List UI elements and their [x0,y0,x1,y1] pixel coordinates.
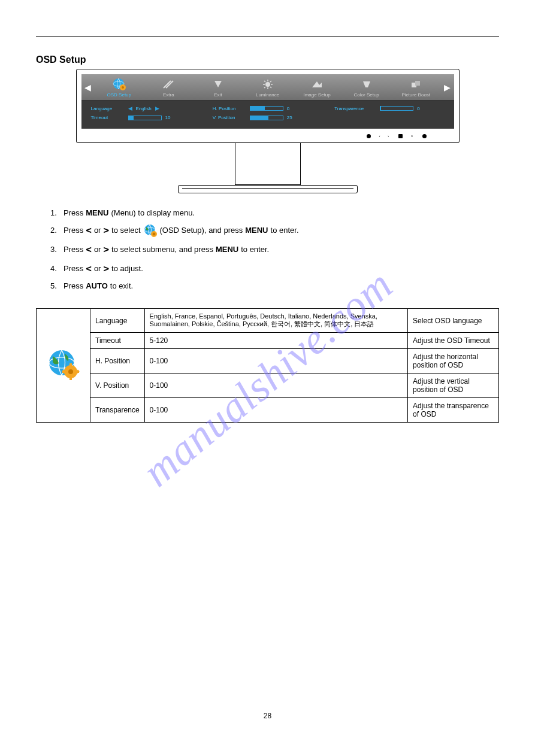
label: H. Position [213,106,246,111]
monitor-stand-base [178,185,358,193]
value: 0 [417,106,428,111]
label: V. Position [213,115,246,120]
osd-tab-image-setup[interactable]: Image Setup [292,74,342,100]
menu-button-label: MENU [216,242,238,257]
osd-tab-extra[interactable]: Extra [144,74,194,100]
left-angle-icon: < [86,240,92,259]
svg-line-12 [264,87,265,88]
text: (Menu) to display menu. [111,205,195,221]
left-icon: ‹ [379,134,381,138]
table-cell: V. Position [90,374,145,398]
auto-button-icon [422,134,427,138]
osd-tab-luminance[interactable]: Luminance [243,74,292,100]
osd-tab-picture-boost[interactable]: Picture Boost [391,74,441,100]
table-row: Language English, France, Espanol, Portu… [37,309,499,333]
osd-row-language[interactable]: Language◀English▶ [91,105,201,111]
value: 25 [287,115,298,120]
text: to exit. [110,278,133,294]
table-row: V. Position 0-100 Adjust the vertical po… [37,374,499,398]
table-row: Timeout 5-120 Adjust the OSD Timeout [37,333,499,349]
monitor-stand-neck [235,143,301,185]
text: or [94,261,101,277]
osd-tab-color-setup[interactable]: Color Setup [341,74,391,100]
menu-button-label: MENU [86,205,108,221]
value: 0 [287,106,298,111]
step-number: 3. [50,242,61,257]
page-number: 28 [0,712,535,720]
auto-button-label: AUTO [86,278,108,294]
osd-tab-exit[interactable]: Exit [194,74,243,100]
left-arrow-icon[interactable]: ◀ [128,105,132,111]
label: Language [91,106,125,111]
table-cell: Transparence [90,398,145,423]
text: to adjust. [111,261,143,277]
svg-rect-22 [69,363,72,367]
tab-label: Exit [195,92,242,98]
svg-rect-23 [69,377,72,380]
svg-line-11 [270,81,271,82]
label: Transparence [334,106,376,111]
menu-button-label: MENU [245,223,268,238]
text: to select submenu, and press [111,242,213,257]
slider[interactable] [250,116,283,120]
svg-rect-14 [415,81,420,86]
tab-label: Extra [145,92,192,98]
text: Press [64,261,83,277]
value: English [136,106,152,111]
globe-gear-icon [47,348,80,381]
osd-row-transparence[interactable]: Transparence0 [334,105,444,111]
settings-table: Language English, France, Espanol, Portu… [36,308,499,423]
table-cell: Timeout [90,333,145,349]
step-number: 5. [50,278,61,294]
text: to enter. [271,223,299,238]
tab-label: Luminance [244,92,291,98]
tab-label: OSD Setup [96,92,143,98]
right-angle-icon: > [103,259,109,278]
svg-point-28 [68,369,73,374]
osd-row-vposition[interactable]: V. Position25 [213,115,322,120]
text: or [94,223,101,238]
table-cell: 0-100 [144,374,408,398]
step-number: 2. [50,223,61,238]
label: Timeout [91,115,125,120]
table-cell: Select OSD language [408,309,499,333]
table-cell: 5-120 [144,333,408,349]
value: 10 [165,115,176,120]
tab-label: Image Setup [294,92,341,98]
power-button-icon [367,134,371,138]
osd-row-timeout[interactable]: Timeout10 [91,115,201,120]
source-label: ⎋ [411,134,414,138]
osd-row-hposition[interactable]: H. Position0 [213,105,322,111]
instruction-step-2: 2.Press < or > to select (OSD Setup), an… [50,221,499,240]
osd-nav-left[interactable]: ◀ [81,74,95,100]
horizontal-rule [36,36,499,37]
right-angle-icon: > [103,240,109,259]
svg-line-10 [270,87,271,88]
table-cell: 0-100 [144,349,408,374]
table-row: Transparence 0-100 Adjust the transparen… [37,398,499,423]
osd-nav-right[interactable]: ▶ [441,74,454,100]
monitor-illustration: ◀ OSD Setup Extra Exit Luminance Image S… [36,69,499,193]
menu-button-icon [398,134,403,138]
osd-tab-osd-setup[interactable]: OSD Setup [95,74,144,100]
left-angle-icon: < [86,221,92,240]
table-cell: Adjust the horizontal position of OSD [408,349,499,374]
table-cell: Adjust the vertical position of OSD [408,374,499,398]
table-cell: 0-100 [144,398,408,423]
instruction-step-1: 1.Press MENU (Menu) to display menu. [50,205,499,221]
tab-label: Color Setup [343,92,390,98]
table-cell: H. Position [90,349,145,374]
slider[interactable] [380,106,413,111]
text: Press [64,205,83,221]
right-arrow-icon[interactable]: ▶ [155,105,159,111]
text: or [94,242,101,257]
monitor-button-row: ‹ › ⎋ [81,129,454,140]
slider[interactable] [128,116,162,120]
table-cell: Adjust the transparence of OSD [408,398,499,423]
text: Press [64,242,83,257]
slider[interactable] [250,106,283,111]
section-title: OSD Setup [36,54,499,65]
svg-point-18 [153,233,155,235]
step-number: 1. [50,205,61,221]
text: Press [64,223,83,238]
